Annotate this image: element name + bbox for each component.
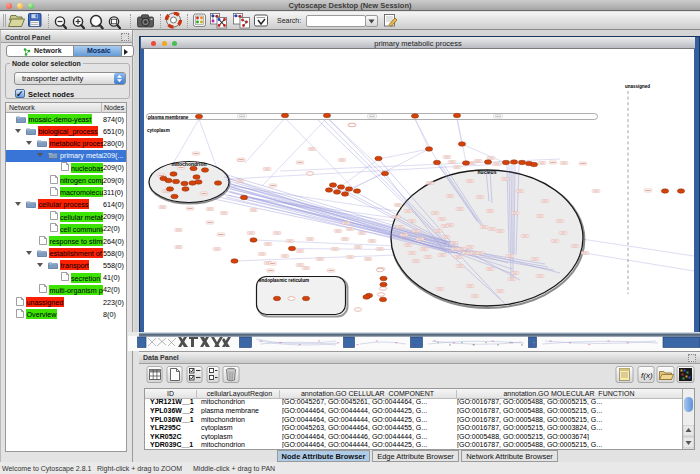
svg-text:mitochondrion: mitochondrion — [172, 161, 207, 167]
svg-text:plasma membrane: plasma membrane — [148, 115, 189, 120]
svg-text:f(x): f(x) — [641, 371, 653, 380]
svg-text:unassigned: unassigned — [625, 84, 650, 89]
svg-text:nucleus: nucleus — [478, 169, 497, 175]
svg-text:endoplasmic reticulum: endoplasmic reticulum — [259, 278, 309, 283]
svg-text:cytoplasm: cytoplasm — [147, 128, 170, 133]
